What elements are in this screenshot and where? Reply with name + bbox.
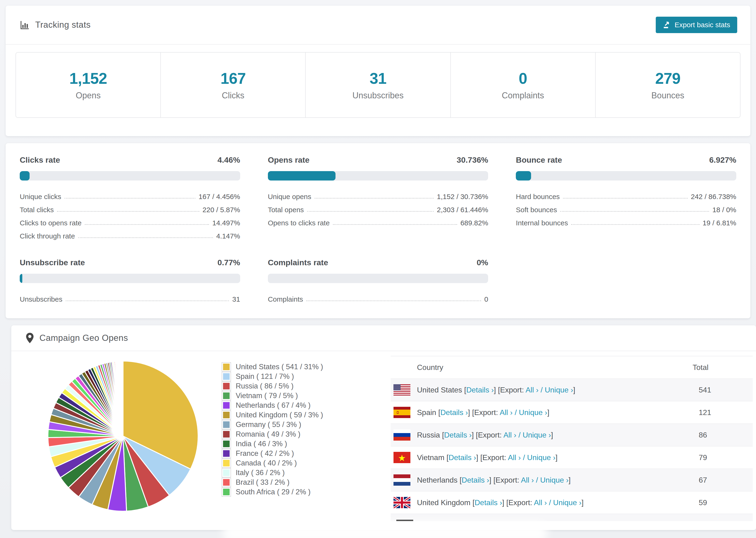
- geo-opens-pie-chart[interactable]: [45, 359, 200, 513]
- export-unique-link[interactable]: Unique ›: [527, 453, 556, 462]
- stat-value: 0: [519, 70, 527, 87]
- export-all-link[interactable]: All ›: [500, 408, 513, 417]
- export-unique-link[interactable]: Unique ›: [523, 431, 551, 439]
- rate-title: Clicks rate: [20, 155, 60, 165]
- legend-swatch: [222, 372, 231, 381]
- geo-total-value: 79: [699, 453, 753, 462]
- rate-value: 0%: [477, 258, 488, 267]
- export-unique-link[interactable]: Unique ›: [553, 498, 581, 507]
- stat-cell-complaints: 0Complaints: [451, 53, 596, 117]
- export-all-link[interactable]: All ›: [521, 476, 534, 484]
- geo-table-row-vn: Vietnam [Details ›] [Export: All › / Uni…: [391, 446, 753, 468]
- rate-block-complaints-rate: Complaints rate0%Complaints0: [268, 258, 488, 303]
- geo-table-row-nl: Netherlands [Details ›] [Export: All › /…: [391, 468, 753, 491]
- geo-table-row-es: Spain [Details ›] [Export: All › / Uniqu…: [391, 401, 753, 423]
- rate-detail-row: Unsubscribes31: [20, 290, 240, 303]
- stat-label: Complaints: [502, 91, 544, 100]
- dotted-leader: [333, 224, 457, 225]
- stat-value: 279: [655, 70, 680, 87]
- details-link[interactable]: Details ›: [461, 476, 489, 484]
- geo-total-value: 121: [699, 408, 753, 417]
- legend-label: Canada ( 40 / 2% ): [236, 459, 297, 467]
- geo-total-value: 86: [699, 431, 753, 439]
- export-all-link[interactable]: All ›: [534, 498, 547, 507]
- legend-swatch: [222, 401, 231, 409]
- details-link[interactable]: Details ›: [466, 386, 494, 394]
- legend-label: Netherlands ( 67 / 4% ): [236, 401, 311, 409]
- rate-progress-bar: [20, 171, 240, 181]
- legend-swatch: [222, 392, 231, 400]
- details-link[interactable]: Details ›: [444, 431, 472, 439]
- rate-progress-bar: [268, 274, 488, 283]
- legend-swatch: [222, 440, 231, 448]
- rate-detail-row: Clicks to opens rate14.497%: [20, 214, 240, 227]
- details-link[interactable]: Details ›: [474, 498, 502, 507]
- legend-item: Spain ( 121 / 7% ): [222, 372, 323, 381]
- geo-opens-table: CountryTotalUnited States [Details ›] [E…: [391, 356, 753, 521]
- legend-label: Romania ( 49 / 3% ): [236, 430, 300, 439]
- stat-label: Bounces: [651, 91, 684, 100]
- bar-chart-icon: [20, 20, 30, 30]
- export-all-link[interactable]: All ›: [508, 453, 521, 462]
- geo-table-row-us: United States [Details ›] [Export: All ›…: [391, 378, 753, 401]
- export-unique-link[interactable]: Unique ›: [540, 476, 568, 484]
- dotted-leader: [78, 237, 213, 238]
- stat-value: 31: [369, 70, 386, 87]
- legend-label: Italy ( 36 / 2% ): [236, 468, 285, 477]
- export-basic-stats-button[interactable]: Export basic stats: [656, 17, 737, 33]
- export-unique-link[interactable]: Unique ›: [519, 408, 547, 417]
- bottom-blur-overlay: [223, 522, 547, 538]
- stats-summary-box: 1,152Opens167Clicks31Unsubscribes0Compla…: [16, 52, 740, 118]
- legend-swatch: [222, 488, 231, 496]
- legend-label: India ( 46 / 3% ): [236, 440, 287, 448]
- legend-item: United Kingdom ( 59 / 3% ): [222, 410, 323, 420]
- stat-cell-unsubscribes: 31Unsubscribes: [306, 53, 451, 117]
- export-icon: [663, 21, 671, 29]
- rate-title: Opens rate: [268, 155, 310, 165]
- country-flag-es: [394, 407, 410, 418]
- legend-swatch: [222, 363, 231, 371]
- dotted-leader: [57, 211, 199, 212]
- country-flag-vn: [394, 452, 410, 463]
- export-all-link[interactable]: All ›: [525, 386, 538, 394]
- details-link[interactable]: Details ›: [441, 408, 468, 417]
- legend-swatch: [222, 449, 231, 458]
- legend-swatch: [222, 420, 231, 429]
- rate-value: 30.736%: [457, 155, 488, 165]
- rate-progress-bar: [268, 171, 488, 181]
- pie-legend: United States ( 541 / 31% )Spain ( 121 /…: [222, 362, 323, 497]
- export-unique-link[interactable]: Unique ›: [545, 386, 573, 394]
- rates-card: Clicks rate4.46%Unique clicks167 / 4.456…: [6, 143, 750, 318]
- geo-table-row-partial: [391, 513, 753, 521]
- country-flag-nl: [394, 474, 410, 486]
- rate-block-clicks-rate: Clicks rate4.46%Unique clicks167 / 4.456…: [20, 155, 240, 240]
- stat-label: Opens: [76, 91, 101, 100]
- rate-detail-row: Opens to clicks rate689.82%: [268, 214, 488, 227]
- stat-label: Clicks: [222, 91, 244, 100]
- geo-content: United States ( 541 / 31% )Spain ( 121 /…: [11, 351, 756, 529]
- legend-label: United States ( 541 / 31% ): [236, 363, 323, 371]
- geo-total-value: 67: [699, 476, 753, 484]
- geo-total-value: 541: [699, 386, 753, 394]
- rate-detail-row: Soft bounces18 / 0%: [516, 201, 736, 214]
- geo-table-row-ru: Russia [Details ›] [Export: All › / Uniq…: [391, 423, 753, 446]
- stat-cell-bounces: 279Bounces: [596, 53, 740, 117]
- rate-detail-row: Internal bounces19 / 6.81%: [516, 214, 736, 227]
- legend-swatch: [222, 411, 231, 419]
- rate-detail-row: Unique clicks167 / 4.456%: [20, 188, 240, 201]
- country-column-header: Country: [417, 363, 693, 372]
- geo-title: Campaign Geo Opens: [26, 332, 128, 344]
- country-flag-gb: [394, 497, 410, 508]
- campaign-geo-opens-card: Campaign Geo Opens United States ( 541 /…: [11, 325, 756, 530]
- stat-cell-opens: 1,152Opens: [16, 53, 161, 117]
- details-link[interactable]: Details ›: [449, 453, 476, 462]
- export-all-link[interactable]: All ›: [503, 431, 516, 439]
- legend-swatch: [222, 478, 231, 487]
- dotted-leader: [85, 224, 209, 225]
- legend-label: Germany ( 55 / 3% ): [236, 420, 301, 429]
- geo-title-text: Campaign Geo Opens: [39, 333, 128, 343]
- legend-item: South Africa ( 29 / 2% ): [222, 487, 323, 497]
- geo-header: Campaign Geo Opens: [11, 325, 756, 351]
- dotted-leader: [306, 300, 481, 301]
- legend-swatch: [222, 459, 231, 467]
